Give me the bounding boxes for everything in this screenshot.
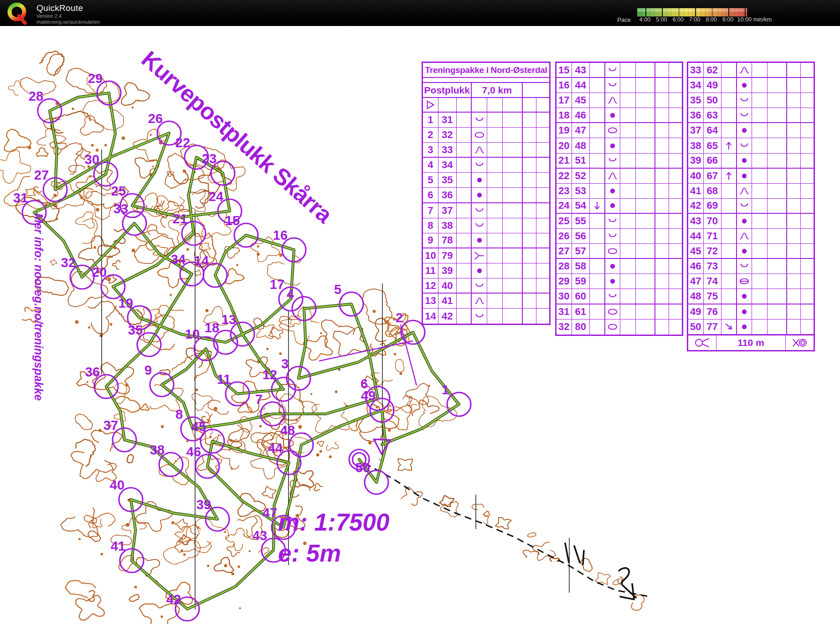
- control-code-cell: 36: [438, 188, 457, 202]
- start-icon: [424, 99, 436, 110]
- control-feature-cell: [605, 78, 621, 93]
- control-code-cell: 65: [704, 138, 722, 153]
- control-row: 2353: [557, 184, 682, 199]
- cd-cell: [523, 203, 536, 218]
- control-number-2: 2: [396, 310, 403, 325]
- between-controls-cell: [590, 184, 605, 198]
- control-number-cell: 19: [557, 123, 572, 138]
- cd-cell: [752, 138, 768, 153]
- control-row: 1745: [557, 93, 682, 108]
- cd-cell: [752, 214, 768, 228]
- taped-finish-cell: [785, 335, 814, 350]
- cd-cell: [669, 108, 682, 122]
- finish-scribble-mark: [619, 568, 636, 599]
- cd-cell: [669, 320, 682, 335]
- control-feature-cell: [737, 289, 752, 303]
- control-number-35: 35: [128, 323, 143, 337]
- cd-cell: [768, 93, 787, 108]
- control-feature-cell: [737, 259, 752, 273]
- cd-cell: [768, 184, 787, 198]
- control-number-cell: 12: [423, 278, 438, 293]
- cd-cell: [523, 263, 536, 278]
- control-code-cell: 56: [572, 229, 590, 243]
- between-controls-cell: [721, 138, 737, 153]
- pace-tick: [695, 8, 696, 16]
- control-feature-cell: [605, 108, 621, 122]
- control-number-3: 3: [281, 356, 289, 371]
- cd-cell: [503, 128, 523, 142]
- between-controls-cell: [457, 263, 472, 278]
- cd-cell: [536, 309, 549, 324]
- control-code-cell: 71: [704, 229, 722, 243]
- control-number-9: 9: [144, 363, 152, 377]
- control-feature-cell: [737, 154, 752, 168]
- control-row: 4875: [688, 289, 814, 304]
- control-feature-cell: [605, 138, 621, 153]
- control-number-cell: 14: [423, 309, 438, 324]
- control-number-11: 11: [217, 372, 231, 387]
- control-number-cell: 25: [557, 214, 572, 228]
- control-number-14: 14: [194, 253, 209, 268]
- control-number-46: 46: [186, 444, 201, 459]
- hill-icon: [738, 65, 750, 76]
- pace-tick: [745, 8, 746, 16]
- cd-cell: [636, 184, 655, 198]
- control-number-cell: 36: [688, 108, 704, 122]
- hill-icon: [738, 231, 750, 242]
- pace-unit: min/km: [753, 16, 772, 23]
- control-code-cell: 77: [704, 320, 722, 334]
- cd-cell: [669, 154, 682, 168]
- cd-cell: [655, 154, 669, 168]
- between-controls-cell: [590, 320, 605, 335]
- between-controls-cell: [721, 304, 737, 319]
- control-code-cell: 60: [572, 289, 590, 303]
- between-controls-cell: [590, 169, 605, 183]
- control-number-cell: 42: [688, 199, 704, 213]
- cd-cell: [655, 274, 669, 289]
- control-row: 535: [423, 173, 549, 188]
- dot-icon: [607, 276, 618, 287]
- cd-cell: [787, 289, 801, 303]
- control-feature-cell: [605, 169, 621, 183]
- control-number-cell: 50: [688, 320, 704, 334]
- control-code-cell: 54: [572, 199, 590, 213]
- control-number-cell: 45: [688, 244, 704, 258]
- cd-cell: [752, 154, 768, 168]
- start-triangle-cell: [423, 98, 438, 112]
- cd-cell: [669, 63, 682, 77]
- pace-tick-label: 10:00: [737, 16, 752, 23]
- cd-cell: [669, 244, 682, 258]
- cd-cell: [523, 309, 536, 324]
- control-feature-cell: [472, 143, 487, 157]
- control-feature-cell: [472, 263, 487, 278]
- dot-icon: [738, 155, 750, 166]
- cd-cell: [503, 218, 523, 233]
- between-controls-cell: [590, 108, 605, 122]
- control-number-38: 38: [150, 443, 165, 457]
- control-code-cell: 75: [704, 289, 722, 303]
- between-controls-cell: [590, 138, 605, 153]
- control-number-cell: 11: [423, 263, 438, 278]
- cd-cell: [768, 63, 787, 77]
- cd-cell: [636, 154, 655, 168]
- cd-cell: [523, 173, 536, 187]
- control-number-41: 41: [111, 539, 125, 553]
- cd-cell: [669, 199, 682, 213]
- cd-cell: [636, 320, 655, 335]
- control-number-43: 43: [253, 528, 267, 543]
- cd-cell: [523, 248, 536, 263]
- control-code-cell: 79: [438, 248, 457, 263]
- control-code-cell: 49: [704, 78, 722, 93]
- cd-cell: [636, 138, 655, 153]
- control-feature-cell: [605, 304, 621, 319]
- control-number-cell: 29: [557, 274, 572, 289]
- cd-cell: [536, 263, 549, 278]
- depression-icon: [474, 114, 485, 125]
- control-number-19: 19: [119, 296, 133, 310]
- cd-cell: [487, 278, 503, 293]
- between-controls-cell: [590, 304, 605, 319]
- pace-tick-label: 7:00: [689, 16, 700, 23]
- ellipse-icon: [607, 321, 618, 332]
- cd-cell: [787, 78, 801, 93]
- pace-tick: [662, 8, 663, 16]
